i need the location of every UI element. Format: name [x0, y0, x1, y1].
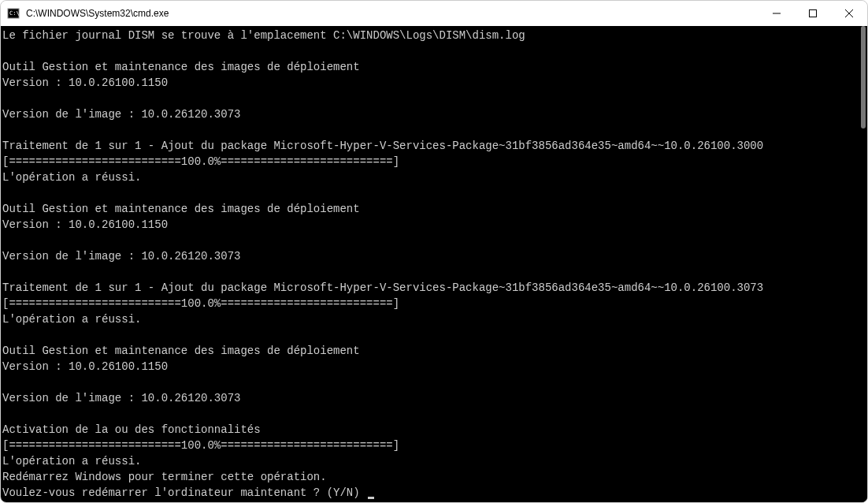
- terminal-line: [==========================100.0%=======…: [2, 438, 855, 453]
- terminal-line: L'opération a réussi.: [2, 170, 855, 185]
- cursor: [368, 497, 374, 499]
- terminal-output[interactable]: Le fichier journal DISM se trouve à l'em…: [1, 26, 855, 502]
- scrollbar-thumb[interactable]: [861, 26, 866, 129]
- terminal-line: [2, 264, 855, 280]
- terminal-line: Version de l'image : 10.0.26120.3073: [2, 390, 855, 406]
- terminal-line: Traitement de 1 sur 1 - Ajout du package…: [2, 280, 855, 296]
- svg-text:C:\: C:\: [9, 10, 20, 17]
- terminal-line: [2, 406, 855, 422]
- terminal-line: Outil Gestion et maintenance des images …: [2, 343, 855, 359]
- terminal-line: Redémarrez Windows pour terminer cette o…: [2, 469, 855, 485]
- terminal-area: Le fichier journal DISM se trouve à l'em…: [1, 26, 867, 502]
- terminal-line: Version de l'image : 10.0.26120.3073: [2, 248, 855, 264]
- svg-rect-3: [810, 10, 817, 17]
- terminal-line: Outil Gestion et maintenance des images …: [2, 59, 855, 75]
- terminal-line: [2, 91, 855, 106]
- terminal-line: Activation de la ou des fonctionnalités: [2, 422, 855, 438]
- window-title: C:\WINDOWS\System32\cmd.exe: [26, 8, 169, 19]
- cmd-icon: C:\: [7, 7, 20, 20]
- terminal-line: [2, 233, 855, 248]
- terminal-line: Version : 10.0.26100.1150: [2, 217, 855, 233]
- prompt-text: Voulez-vous redémarrer l'ordinateur main…: [2, 486, 366, 499]
- terminal-line: [==========================100.0%=======…: [2, 296, 855, 311]
- close-icon: [845, 9, 853, 17]
- terminal-line: [2, 122, 855, 138]
- terminal-line: [==========================100.0%=======…: [2, 154, 855, 170]
- terminal-line: Outil Gestion et maintenance des images …: [2, 201, 855, 217]
- terminal-line: [2, 185, 855, 201]
- maximize-button[interactable]: [795, 1, 831, 26]
- terminal-line: L'opération a réussi.: [2, 453, 855, 469]
- terminal-line: [2, 327, 855, 343]
- terminal-line: Traitement de 1 sur 1 - Ajout du package…: [2, 138, 855, 154]
- terminal-line: L'opération a réussi.: [2, 311, 855, 327]
- terminal-line: [2, 43, 855, 59]
- terminal-prompt-line[interactable]: Voulez-vous redémarrer l'ordinateur main…: [2, 485, 855, 501]
- terminal-line: Version de l'image : 10.0.26120.3073: [2, 106, 855, 122]
- window-controls: [759, 1, 867, 26]
- window-titlebar: C:\ C:\WINDOWS\System32\cmd.exe: [1, 1, 867, 26]
- terminal-line: Version : 10.0.26100.1150: [2, 75, 855, 91]
- scrollbar-track[interactable]: [855, 26, 867, 502]
- terminal-line: Le fichier journal DISM se trouve à l'em…: [2, 28, 855, 43]
- maximize-icon: [809, 9, 817, 17]
- terminal-line: Version : 10.0.26100.1150: [2, 359, 855, 374]
- minimize-icon: [773, 9, 781, 17]
- terminal-line: [2, 374, 855, 390]
- titlebar-left: C:\ C:\WINDOWS\System32\cmd.exe: [7, 7, 169, 20]
- minimize-button[interactable]: [759, 1, 795, 26]
- close-button[interactable]: [831, 1, 867, 26]
